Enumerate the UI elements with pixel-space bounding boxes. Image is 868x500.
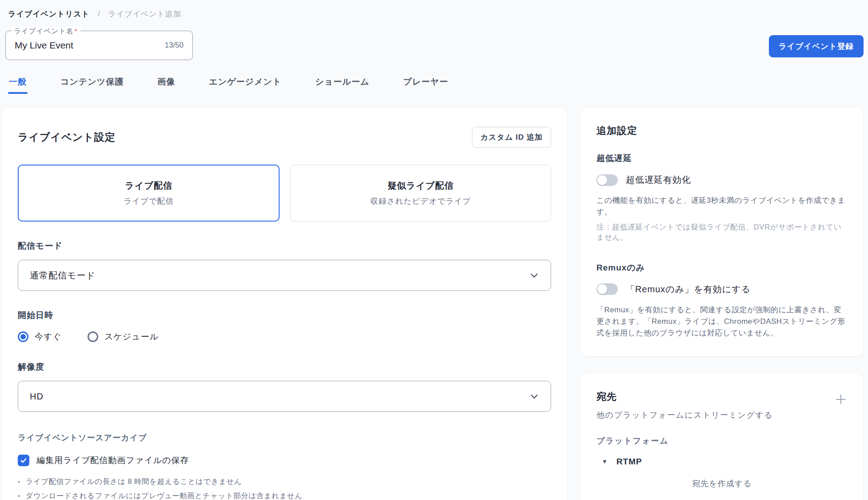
ultra-low-latency-toggle-label: 超低遅延有効化 <box>626 174 691 186</box>
create-destination-link[interactable]: 宛先を作成する <box>596 478 848 489</box>
note-item: • ライブ配信ファイルの長さは 8 時間を超えることはできません <box>18 477 551 487</box>
bullet-dot: • <box>18 477 20 487</box>
platform-value: RTMP <box>616 457 642 467</box>
note-item: • ダウンロードされるファイルにはプレヴュー動画とチャット部分は含まれません <box>18 491 551 500</box>
save-recording-label: 編集用ライブ配信動画ファイルの保存 <box>36 455 189 466</box>
archive-notes: • ライブ配信ファイルの長さは 8 時間を超えることはできません • ダウンロー… <box>18 477 551 500</box>
tab-player[interactable]: プレーヤー <box>403 76 448 94</box>
tab-showroom[interactable]: ショールーム <box>315 76 369 94</box>
destination-subtitle: 他のプラットフォームにストリーミングする <box>596 410 773 420</box>
save-recording-checkbox-row[interactable]: 編集用ライブ配信動画ファイルの保存 <box>18 455 551 466</box>
radio-start-now[interactable]: 今すぐ <box>18 331 62 343</box>
ultra-low-latency-toggle-row: 超低遅延有効化 <box>596 174 848 186</box>
tab-general[interactable]: 一般 <box>9 76 27 94</box>
additional-settings-title: 追加設定 <box>596 124 848 137</box>
tab-images[interactable]: 画像 <box>157 76 175 94</box>
stream-type-simulive-subtitle: 収録されたビデオでライブ <box>370 196 471 206</box>
ultra-low-latency-description: この機能を有効にすると、遅延3秒未満のライブイベントを作成できます。 <box>596 195 848 218</box>
page: ライブイベントリスト / ライブイベント追加 ライブイベント名* My Live… <box>0 0 868 500</box>
radio-start-now-label: 今すぐ <box>35 331 62 343</box>
chevron-down-icon <box>529 270 539 280</box>
resolution-select[interactable]: HD <box>18 381 551 412</box>
source-archive-label: ライブイベントソースアーカイブ <box>18 432 551 443</box>
event-name-label-text: ライブイベント名 <box>14 27 74 35</box>
resolution-label: 解像度 <box>18 361 551 373</box>
remux-heading: Remuxのみ <box>596 262 848 274</box>
char-counter: 13/50 <box>164 41 184 50</box>
tab-content-protection[interactable]: コンテンツ保護 <box>60 76 124 94</box>
destination-card: 宛先 他のプラットフォームにストリーミングする プラットフォーム ▼ RTMP … <box>580 373 864 500</box>
remux-toggle-label: 「Remuxのみ」を有効にする <box>626 283 751 295</box>
add-destination-icon[interactable] <box>834 393 848 406</box>
radio-schedule-label: スケジュール <box>104 331 159 343</box>
remux-toggle[interactable] <box>596 283 618 295</box>
note-text: ダウンロードされるファイルにはプレヴュー動画とチャット部分は含まれません <box>25 491 302 500</box>
tab-engagement[interactable]: エンゲージメント <box>209 76 281 94</box>
start-time-label: 開始日時 <box>18 310 551 321</box>
stream-type-live[interactable]: ライブ配信 ライブで配信 <box>18 165 280 222</box>
add-custom-id-button[interactable]: カスタム ID 追加 <box>472 127 551 148</box>
remux-toggle-row: 「Remuxのみ」を有効にする <box>596 283 848 295</box>
live-event-settings-card: ライブイベント設定 カスタム ID 追加 ライブ配信 ライブで配信 疑似ライブ配… <box>2 107 567 500</box>
stream-type-simulive[interactable]: 疑似ライブ配信 収録されたビデオでライブ <box>290 165 551 222</box>
destination-header: 宛先 他のプラットフォームにストリーミングする <box>596 390 848 420</box>
radio-schedule[interactable]: スケジュール <box>88 331 159 343</box>
ultra-low-latency-heading: 超低遅延 <box>596 153 848 164</box>
settings-card-title: ライブイベント設定 <box>18 130 116 144</box>
required-asterisk: * <box>75 27 78 35</box>
header-row: ライブイベント名* My Live Event 13/50 ライブイベント登録 <box>2 28 864 60</box>
stream-type-live-title: ライブ配信 <box>125 180 172 192</box>
radio-schedule-circle[interactable] <box>88 331 98 342</box>
start-time-radio-group: 今すぐ スケジュール <box>18 331 551 343</box>
event-name-label: ライブイベント名* <box>11 27 80 36</box>
additional-settings-card: 追加設定 超低遅延 超低遅延有効化 この機能を有効にすると、遅延3秒未満のライブ… <box>580 107 864 356</box>
platform-label: プラットフォーム <box>596 435 848 446</box>
breadcrumb-separator: / <box>98 9 100 19</box>
settings-card-header: ライブイベント設定 カスタム ID 追加 <box>18 127 551 148</box>
checkbox-checked[interactable] <box>18 455 29 466</box>
stream-mode-value: 通常配信モード <box>30 270 96 282</box>
register-live-event-button[interactable]: ライブイベント登録 <box>769 35 864 57</box>
ultra-low-latency-toggle[interactable] <box>596 174 618 186</box>
breadcrumb: ライブイベントリスト / ライブイベント追加 <box>2 4 864 28</box>
radio-start-now-circle[interactable] <box>18 331 28 342</box>
right-column: 追加設定 超低遅延 超低遅延有効化 この機能を有効にすると、遅延3秒未満のライブ… <box>580 107 864 500</box>
stream-type-simulive-title: 疑似ライブ配信 <box>388 180 453 192</box>
breadcrumb-live-event-list[interactable]: ライブイベントリスト <box>8 9 90 19</box>
resolution-value: HD <box>30 391 44 402</box>
event-name-value[interactable]: My Live Event <box>15 40 73 51</box>
collapse-triangle-icon[interactable]: ▼ <box>602 458 608 465</box>
tab-bar: 一般 コンテンツ保護 画像 エンゲージメント ショールーム プレーヤー <box>2 60 864 94</box>
main-content: ライブイベント設定 カスタム ID 追加 ライブ配信 ライブで配信 疑似ライブ配… <box>2 107 864 500</box>
stream-type-live-subtitle: ライブで配信 <box>124 196 174 206</box>
breadcrumb-add-live-event: ライブイベント追加 <box>108 9 181 19</box>
stream-mode-label: 配信モード <box>18 240 551 252</box>
note-text: ライブ配信ファイルの長さは 8 時間を超えることはできません <box>25 477 242 487</box>
bullet-dot: • <box>18 491 20 500</box>
platform-row: ▼ RTMP <box>596 457 848 467</box>
destination-title: 宛先 <box>596 390 773 403</box>
toggle-knob <box>597 284 607 294</box>
ultra-low-latency-note: 注：超低遅延イベントでは疑似ライブ配信、DVRがサポートされていません。 <box>596 222 848 242</box>
chevron-down-icon <box>529 391 539 401</box>
stream-type-selector: ライブ配信 ライブで配信 疑似ライブ配信 収録されたビデオでライブ <box>18 165 551 222</box>
event-name-field[interactable]: ライブイベント名* My Live Event 13/50 <box>5 31 193 60</box>
stream-mode-select[interactable]: 通常配信モード <box>18 260 551 291</box>
check-icon <box>20 457 27 464</box>
remux-description: 「Remux」を有効にすると、関連する設定が強制的に上書きされ、変更されます。「… <box>596 304 848 339</box>
toggle-knob <box>597 175 607 185</box>
